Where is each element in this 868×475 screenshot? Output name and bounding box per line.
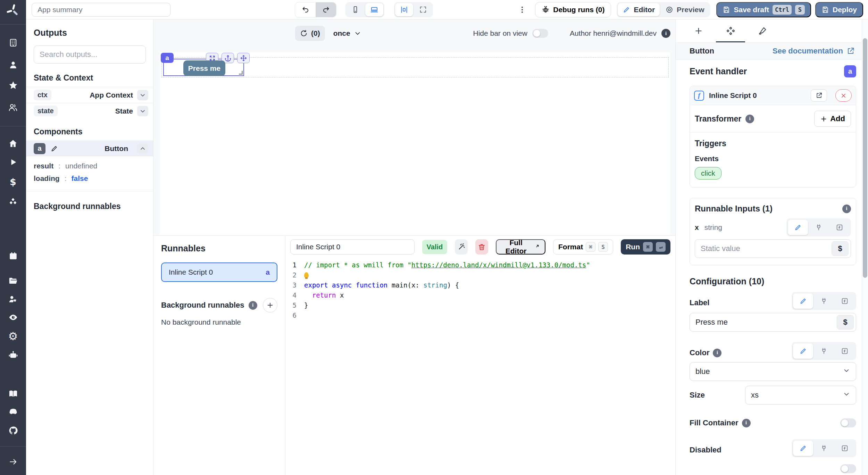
static-mode-pencil-icon[interactable]: [793, 293, 813, 309]
add-background-runnable-button[interactable]: [263, 298, 277, 312]
component-id-tag[interactable]: a: [161, 53, 174, 63]
runnable-item-inline-script-0[interactable]: Inline Script 0 a: [161, 262, 277, 282]
delete-script-button[interactable]: [475, 239, 488, 255]
template-dollar-button[interactable]: $: [832, 241, 849, 256]
static-mode-pencil-icon[interactable]: [793, 343, 813, 359]
resize-handle[interactable]: [239, 71, 243, 75]
sidebar-icon-star[interactable]: [0, 78, 26, 92]
sidebar-icon-user[interactable]: [0, 58, 26, 72]
disabled-toggle[interactable]: [840, 464, 856, 473]
redo-button[interactable]: [316, 2, 336, 17]
styling-tab[interactable]: [746, 19, 778, 42]
sidebar-icon-runs[interactable]: [0, 155, 26, 169]
sidebar-icon-settings-gear[interactable]: ⚙: [0, 329, 26, 343]
info-icon[interactable]: [745, 115, 754, 123]
sidebar-icon-docs-book[interactable]: [0, 387, 26, 401]
sidebar-icon-workspace[interactable]: [0, 36, 26, 50]
fullwidth-layout-button[interactable]: [414, 3, 432, 16]
refresh-runnables-button[interactable]: (0): [295, 26, 325, 41]
refresh-mode-dropdown[interactable]: once: [333, 29, 361, 38]
fill-container-toggle[interactable]: [840, 418, 856, 427]
sidebar-icon-workers[interactable]: [0, 292, 26, 306]
add-transformer-button[interactable]: Add: [814, 111, 851, 127]
refresh-icon: [300, 30, 308, 37]
debug-runs-button[interactable]: Debug runs (0): [535, 2, 611, 17]
editor-tab[interactable]: Editor: [618, 3, 660, 16]
no-background-runnable-text: No background runnable: [161, 318, 277, 326]
static-value-input[interactable]: [695, 244, 832, 253]
eval-mode-function-icon[interactable]: [835, 343, 855, 359]
save-draft-button[interactable]: Save draft Ctrl S: [716, 2, 811, 17]
sidebar-icon-home[interactable]: [0, 136, 26, 150]
connect-mode-plug-icon[interactable]: [814, 293, 834, 309]
sidebar-icon-folders[interactable]: [0, 274, 26, 288]
label-value-input[interactable]: [690, 318, 837, 327]
eval-mode-function-icon[interactable]: [829, 220, 850, 235]
deploy-button[interactable]: Deploy: [815, 2, 863, 17]
rename-pencil-icon[interactable]: [50, 145, 58, 152]
input-mode-switch: [786, 218, 851, 236]
info-icon[interactable]: [713, 349, 721, 357]
prop-loading: loading:false: [34, 172, 145, 185]
sidebar-icon-groups[interactable]: [0, 100, 26, 114]
sidebar-icon-discord[interactable]: [0, 405, 26, 419]
more-options-kebab-icon[interactable]: [516, 6, 528, 14]
static-mode-pencil-icon[interactable]: [793, 441, 813, 456]
template-dollar-button[interactable]: $: [837, 315, 854, 330]
info-icon[interactable]: [742, 419, 751, 427]
chevron-down-icon[interactable]: [137, 90, 148, 100]
connect-mode-plug-icon[interactable]: [814, 441, 834, 456]
search-outputs-input[interactable]: [34, 45, 146, 64]
sidebar-icon-variables[interactable]: $: [0, 175, 26, 189]
eval-mode-function-icon[interactable]: [835, 293, 855, 309]
scrollbar-thumb[interactable]: [863, 38, 867, 278]
size-select[interactable]: xs: [745, 386, 856, 405]
windmill-logo-icon[interactable]: [5, 2, 21, 18]
script-name-input[interactable]: [290, 239, 415, 255]
component-row-a[interactable]: a Button: [26, 141, 153, 156]
chevron-down-icon[interactable]: [137, 106, 148, 116]
outputs-title: Outputs: [26, 19, 153, 38]
format-button[interactable]: Format ⌘ S: [553, 239, 613, 255]
info-icon[interactable]: [249, 301, 257, 310]
sidebar-collapse-arrow-icon[interactable]: [0, 455, 26, 469]
desktop-view-button[interactable]: [365, 3, 383, 16]
detach-script-button[interactable]: [835, 89, 852, 102]
open-script-button[interactable]: [811, 89, 827, 102]
sidebar-icon-ai-bot[interactable]: [0, 348, 26, 362]
connect-mode-plug-icon[interactable]: [809, 220, 829, 235]
preview-tab[interactable]: Preview: [661, 3, 709, 16]
rail-divider: [0, 446, 26, 447]
output-row-ctx[interactable]: ctx App Context: [26, 87, 153, 103]
app-grid-area[interactable]: a Press me: [160, 52, 670, 235]
attached-script-row[interactable]: f Inline Script 0: [690, 86, 856, 105]
sidebar-icon-github[interactable]: [0, 424, 26, 438]
code-lines[interactable]: 1// import * as wmill from "https://deno…: [285, 260, 675, 320]
info-icon[interactable]: [661, 29, 670, 38]
color-select[interactable]: blue: [690, 362, 856, 381]
settings-scrollbar[interactable]: [862, 19, 868, 475]
run-button[interactable]: Run ⌘ ↵: [621, 239, 670, 255]
ai-assist-button[interactable]: [455, 239, 468, 255]
full-editor-button[interactable]: Full Editor: [496, 239, 545, 255]
undo-button[interactable]: [295, 2, 316, 17]
output-row-state[interactable]: state State: [26, 103, 153, 119]
mobile-view-button[interactable]: [347, 3, 364, 16]
sidebar-icon-schedules[interactable]: [0, 249, 26, 263]
press-me-button[interactable]: Press me: [183, 60, 225, 76]
connect-mode-plug-icon[interactable]: [814, 343, 834, 359]
component-settings-tab[interactable]: [715, 19, 746, 42]
eval-mode-function-icon[interactable]: [835, 441, 855, 456]
insert-component-tab[interactable]: [683, 19, 715, 42]
chevron-up-icon[interactable]: [137, 143, 148, 154]
static-mode-pencil-icon[interactable]: [788, 220, 808, 235]
sidebar-icon-audit-logs[interactable]: [0, 310, 26, 324]
center-layout-button[interactable]: [395, 3, 413, 16]
app-summary-input[interactable]: [32, 3, 170, 17]
info-icon[interactable]: [842, 205, 851, 213]
see-documentation-link[interactable]: See documentation: [773, 47, 855, 56]
sidebar-icon-resources[interactable]: [0, 195, 26, 209]
hide-bar-toggle[interactable]: [532, 29, 548, 38]
move-component-button[interactable]: [237, 53, 250, 63]
components-title: Components: [26, 119, 153, 141]
